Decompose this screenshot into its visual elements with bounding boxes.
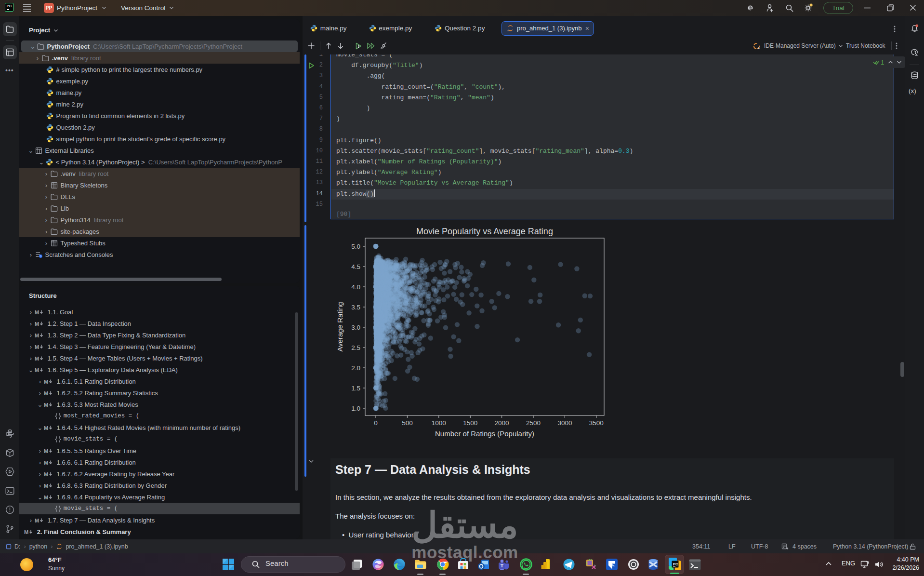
svg-text:2000: 2000 <box>495 419 509 427</box>
svg-text:3500: 3500 <box>589 419 604 427</box>
svg-text:3000: 3000 <box>557 419 572 427</box>
svg-text:4.0: 4.0 <box>351 283 360 291</box>
svg-text:Movie Popularity vs Average Ra: Movie Popularity vs Average Rating <box>416 227 553 236</box>
svg-text:2500: 2500 <box>526 419 541 427</box>
svg-text:1000: 1000 <box>432 419 446 427</box>
svg-text:1.5: 1.5 <box>351 385 360 392</box>
svg-text:3.0: 3.0 <box>351 324 360 331</box>
svg-text:4.5: 4.5 <box>351 263 360 270</box>
svg-text:1.0: 1.0 <box>351 405 360 412</box>
svg-text:5.0: 5.0 <box>351 243 360 250</box>
svg-text:2.5: 2.5 <box>351 344 360 351</box>
svg-text:500: 500 <box>402 419 413 427</box>
svg-text:Average Rating: Average Rating <box>336 302 344 351</box>
svg-text:0: 0 <box>374 419 378 427</box>
svg-text:T: T <box>501 563 503 568</box>
svg-text:1500: 1500 <box>463 419 477 427</box>
svg-text:Number of Ratings (Popularity): Number of Ratings (Popularity) <box>435 429 534 438</box>
svg-text:3.5: 3.5 <box>351 304 360 311</box>
svg-text:2.0: 2.0 <box>351 364 360 372</box>
svg-text:PC: PC <box>673 562 678 566</box>
